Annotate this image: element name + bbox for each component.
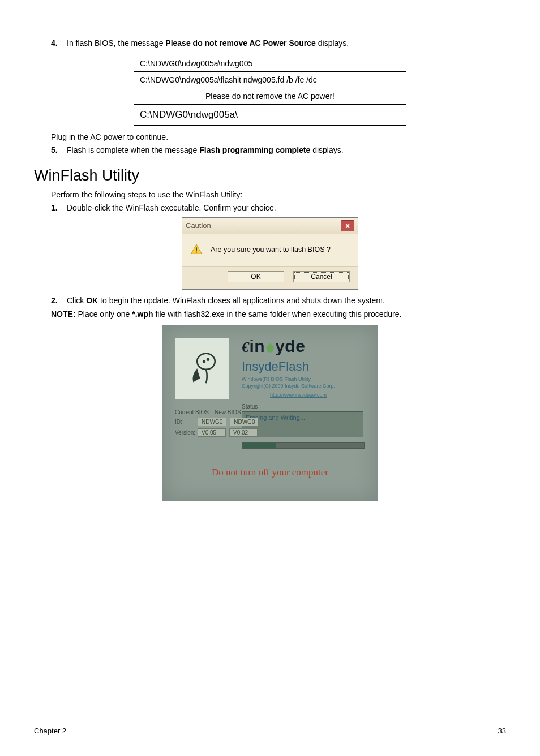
caution-dialog: Caution x Are you sure you want to flash…	[182, 217, 358, 290]
dialog-message: Are you sure you want to flash BIOS ?	[211, 246, 331, 254]
status-box: Erasing and Writing...	[242, 411, 363, 437]
step-2b: 2. Click OK to begin the update. WinFlas…	[34, 295, 506, 307]
step-5: 5. Flash is complete when the message Fl…	[34, 145, 506, 156]
id-new-value: NDWG0	[230, 418, 259, 426]
warning-message: Do not turn off your computer	[162, 467, 378, 478]
step-1b-text: Double-click the WinFlash executable. Co…	[67, 203, 506, 214]
plug-in-text: Plug in the AC power to continue.	[51, 132, 506, 141]
bios-section: Current BIOS New BIOS ID: NDWG0 NDWG0 Ve…	[175, 409, 259, 437]
step-5-text: Flash is complete when the message Flash…	[67, 145, 506, 156]
svg-point-5	[203, 360, 205, 363]
progress-fill	[242, 443, 276, 448]
insyde-logo-icon	[175, 338, 229, 399]
step-2b-text: Click OK to begin the update. WinFlash c…	[67, 295, 506, 307]
close-icon[interactable]: x	[341, 220, 354, 231]
svg-rect-1	[196, 247, 197, 251]
dos-line-1: C:\NDWG0\ndwg005a\ndwg005	[134, 55, 406, 72]
version-current-value: V0.05	[198, 428, 226, 437]
section-title-winflash: WinFlash Utility	[34, 167, 506, 184]
dialog-titlebar: Caution x	[182, 218, 358, 234]
footer-page-number: 33	[498, 727, 506, 735]
app-subtitle-2: Copyright(C) 2009 Insyde Software Corp.	[242, 383, 335, 389]
step-4-text: In flash BIOS, the message Please do not…	[67, 38, 506, 49]
ok-button[interactable]: OK	[228, 271, 284, 282]
dialog-title: Caution	[186, 221, 211, 230]
note-label: NOTE:	[51, 310, 76, 319]
id-label: ID:	[175, 419, 194, 425]
page-footer: Chapter 2 33	[34, 723, 506, 735]
insydeflash-screenshot: €inyde InsydeFlash Windows(R) BIOS Flash…	[162, 325, 378, 501]
warning-icon	[190, 243, 203, 256]
step-4: 4. In flash BIOS, the message Please do …	[34, 38, 506, 49]
dos-output-box: C:\NDWG0\ndwg005a\ndwg005 C:\NDWG0\ndwg0…	[134, 55, 406, 126]
step-2b-number: 2.	[51, 295, 67, 307]
step-1b-number: 1.	[51, 203, 67, 214]
id-current-value: NDWG0	[198, 418, 226, 426]
new-bios-label: New BIOS	[215, 409, 241, 415]
app-subtitle-1: Windows(R) BIOS Flash Utility	[242, 376, 311, 382]
current-bios-label: Current BIOS	[175, 409, 209, 415]
svg-point-3	[197, 354, 215, 370]
version-new-value: V0.02	[229, 428, 258, 437]
step-4-number: 4.	[51, 38, 67, 49]
svg-point-4	[207, 358, 209, 361]
leaf-icon	[265, 343, 275, 353]
brand-text: €inyde	[242, 337, 305, 356]
step-5-number: 5.	[51, 145, 67, 156]
dos-line-3: Please do not remove the AC power!	[134, 88, 406, 105]
note-line: NOTE: Place only one *.wph file with fla…	[51, 310, 506, 319]
cancel-button[interactable]: Cancel	[293, 271, 350, 282]
version-label: Version:	[175, 429, 194, 436]
app-title: InsydeFlash	[242, 359, 309, 374]
progress-bar	[242, 442, 365, 449]
app-link: http://www.insydesw.com	[270, 392, 327, 398]
footer-chapter: Chapter 2	[34, 727, 66, 735]
svg-rect-2	[196, 251, 197, 252]
dos-line-2: C:\NDWG0\ndwg005a\flashit ndwg005.fd /b …	[134, 72, 406, 88]
dos-line-4: C:\NDWG0\ndwg005a\	[134, 105, 406, 125]
perform-text: Perform the following steps to use the W…	[51, 190, 506, 199]
step-1b: 1. Double-click the WinFlash executable.…	[34, 203, 506, 214]
